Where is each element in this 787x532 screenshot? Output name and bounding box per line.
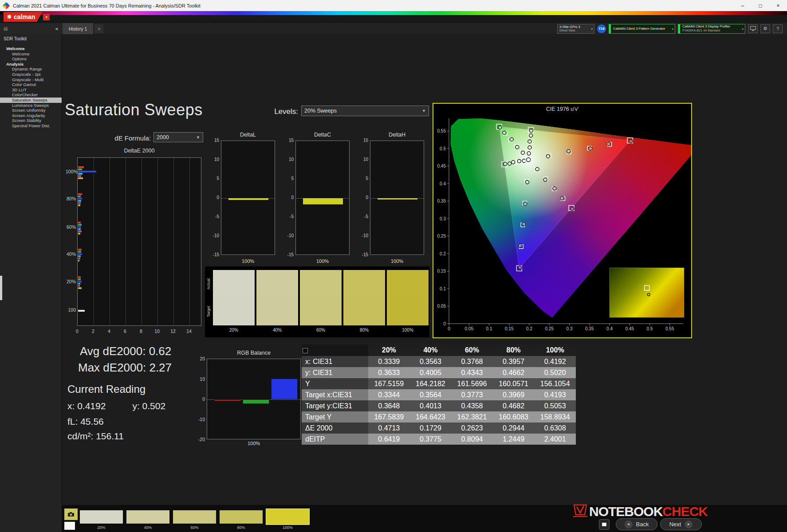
sidebar-item-luminance-sweeps[interactable]: Luminance Sweeps — [0, 103, 62, 108]
svg-text:0.35: 0.35 — [585, 326, 594, 331]
notebookcheck-watermark: NOTEBOOK CHECK — [571, 504, 708, 519]
rgb-xlabel: 100% — [207, 441, 301, 446]
svg-text:0.2: 0.2 — [440, 251, 446, 256]
pattern-thumb-20[interactable] — [80, 510, 123, 524]
watermark-text-check: CHECK — [662, 504, 708, 519]
chevron-down-icon: ▾ — [672, 27, 673, 31]
max-de2000: Max dE2000: 2.27 — [78, 361, 172, 375]
page-title: Saturation Sweeps — [65, 101, 203, 119]
pattern-thumb-40[interactable] — [126, 510, 169, 524]
table-row: Target y:CIE310.36480.40130.43580.46820.… — [302, 400, 576, 411]
swatch-actual-label: Actual — [206, 270, 211, 297]
svg-text:0.05: 0.05 — [465, 326, 474, 331]
deltac-title: DeltaC — [295, 132, 350, 138]
sidebar-item-screen-angularity[interactable]: Screen Angularity — [0, 113, 62, 118]
swatch-100 — [387, 270, 429, 325]
sidebar-item-screen-stability[interactable]: Screen Stability — [0, 118, 62, 123]
maximize-button[interactable]: □ — [752, 0, 769, 11]
tab-history-1[interactable]: History 1 — [63, 23, 93, 34]
calman-logo[interactable]: ✻calman ▾ — [4, 12, 50, 22]
deltac-panel: DeltaC 100% 151050-5-10-15 — [283, 131, 355, 265]
sidebar-item-3d-lut[interactable]: 3D LUT — [0, 87, 62, 93]
meter-selector[interactable]: X-Rite i1Pro 3 Direct View ▾ — [557, 24, 594, 34]
sidebar-item-screen-uniformity[interactable]: Screen Uniformity — [0, 108, 62, 113]
main-content: Saturation Sweeps dE Formula: 2000 ▼ Lev… — [62, 34, 787, 532]
deltah-title: DeltaH — [370, 132, 424, 138]
sidebar-scrollbar[interactable] — [0, 276, 2, 300]
chevron-down-icon: ▼ — [422, 109, 426, 113]
deltal-panel: DeltaL 100% 151050-5-10-15 — [209, 131, 280, 265]
pattern-thumb-60[interactable] — [173, 510, 216, 524]
next-button[interactable]: Next ► — [660, 518, 702, 530]
sidebar-item-welcome[interactable]: Welcome — [0, 51, 62, 57]
sidebar-item-dynamic-range[interactable]: Dynamic Range — [0, 66, 62, 72]
svg-text:0.15: 0.15 — [505, 326, 514, 331]
minimize-button[interactable]: – — [734, 0, 752, 11]
camera-tile[interactable] — [64, 509, 78, 520]
svg-text:0: 0 — [448, 326, 450, 331]
app-window: Calman 2021 Calman Ultimate for Business… — [0, 0, 787, 532]
de-formula-value: 2000 — [157, 134, 169, 141]
arrow-left-icon: ◄ — [625, 520, 633, 528]
close-button[interactable]: × — [769, 0, 787, 11]
pattern-thumb-100[interactable] — [266, 509, 309, 524]
svg-text:0.4: 0.4 — [440, 181, 446, 186]
pattern-window-toggle[interactable] — [599, 519, 610, 530]
sidebar-item-grayscale-multi[interactable]: Grayscale - Multi — [0, 77, 62, 82]
table-col-80: 80% — [493, 344, 535, 356]
sidebar-item-spectral-power-dist[interactable]: Spectral Power Dist. — [0, 123, 62, 129]
sidebar-item-color-gamut[interactable]: Color Gamut — [0, 82, 62, 87]
swatch-20 — [213, 270, 255, 325]
sidebar-item-grayscale-2pt[interactable]: Grayscale - 2pt — [0, 72, 62, 77]
help-icon[interactable]: ? — [773, 24, 783, 33]
rainbow-strip — [0, 11, 787, 15]
meter-name: X-Rite i1Pro 3 — [559, 25, 589, 29]
results-table-wrap: 20%40%60%80%100%x: CIE310.33390.35630.37… — [302, 344, 576, 445]
swatch-target-label: Target — [206, 297, 211, 325]
deltae2000-title: DeltaE 2000 — [77, 148, 201, 154]
header-band — [0, 15, 787, 23]
meter-status-badge: 718 — [597, 24, 606, 33]
sidebar-item-options[interactable]: Options — [0, 56, 62, 62]
levels-select[interactable]: 20% Sweeps ▼ — [301, 106, 429, 116]
rgb-plot — [207, 359, 301, 439]
cie-svg: 000.050.050.10.10.150.150.20.20.250.250.… — [433, 104, 691, 337]
deltae2000-chart: DeltaE 2000 100%80%60%40%20%100024681012… — [66, 146, 204, 341]
levels-value: 20% Sweeps — [304, 108, 337, 114]
table-row: y: CIE310.36330.40050.43430.46620.5020 — [302, 367, 576, 378]
gear-icon[interactable]: ⚙ — [760, 24, 770, 33]
sidebar-item-saturation-sweeps[interactable]: Saturation Sweeps — [0, 98, 62, 103]
display-profiler-selector[interactable]: CalMAN Client 3 Display Profiler P140ZKA… — [678, 24, 745, 34]
de-formula-select[interactable]: 2000 ▼ — [153, 132, 203, 142]
svg-text:0.35: 0.35 — [437, 199, 446, 203]
back-button[interactable]: ◄ Back — [616, 518, 657, 530]
pattern-thumb-80[interactable] — [220, 510, 263, 524]
chevron-down-icon: ▾ — [742, 27, 744, 31]
sidebar-section-analysis[interactable]: Analysis — [0, 62, 62, 67]
pattern-generator-selector[interactable]: CalMAN Client 3 Pattern Generator ▾ — [609, 24, 675, 34]
sidebar: SDR Toolkit WelcomeWelcomeOptionsAnalysi… — [0, 34, 62, 532]
svg-text:0: 0 — [443, 321, 446, 326]
sidebar-item-colorchecker[interactable]: ColorChecker — [0, 92, 62, 98]
logo-dropdown-button[interactable]: ▾ — [43, 14, 50, 20]
watermark-text-notebook: NOTEBOOK — [589, 504, 662, 519]
rgb-bar-green — [243, 399, 269, 404]
add-tab-button[interactable]: + — [94, 24, 103, 33]
deltah-plot — [370, 141, 424, 255]
svg-text:0.2: 0.2 — [526, 326, 532, 331]
app-icon — [3, 2, 10, 9]
footer: ◄ Back Next ► NOTEBOOK CHECK 20%40%60%80… — [62, 505, 787, 532]
table-row: dEITP0.64190.37750.80941.24492.4001 — [302, 434, 576, 445]
svg-text:0.1: 0.1 — [440, 286, 446, 291]
display-icon[interactable] — [748, 24, 758, 33]
pattern-generator-name: CalMAN Client 3 Pattern Generator — [613, 27, 669, 31]
svg-text:0.4: 0.4 — [606, 326, 613, 331]
collapse-sidebar-icon[interactable]: ◄ — [54, 26, 59, 31]
white-pattern-tile[interactable] — [64, 522, 75, 530]
table-row: Y167.5159164.2182161.5696160.0571156.105… — [302, 378, 576, 389]
sidebar-section-welcome[interactable]: Welcome — [0, 46, 62, 51]
meter-mode: Direct View — [559, 29, 589, 33]
calman-gear-icon: ✻ — [7, 14, 12, 20]
rgb-bar-red — [214, 399, 241, 401]
layout-icon[interactable]: ▤ — [4, 26, 8, 31]
